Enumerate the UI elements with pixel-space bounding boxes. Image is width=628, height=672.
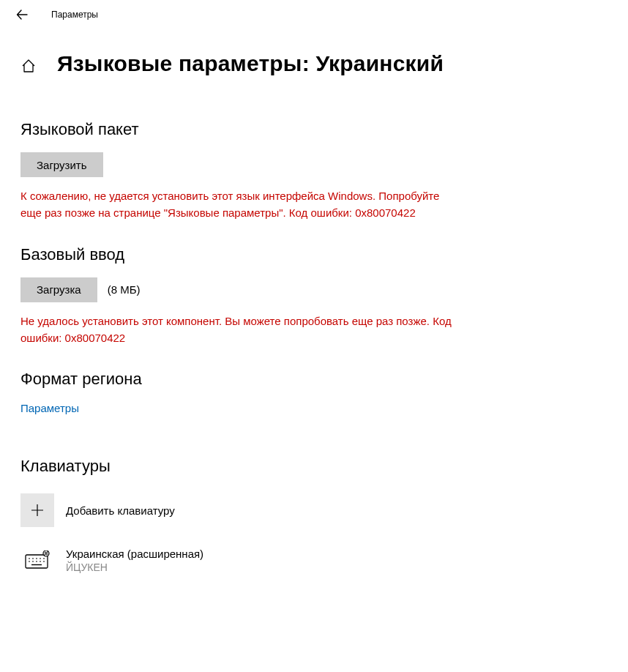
basic-input-size: (8 МБ) <box>108 283 141 296</box>
add-keyboard-button[interactable]: Добавить клавиатуру <box>20 493 608 527</box>
back-button[interactable] <box>15 7 29 22</box>
basic-input-error: Не удалось установить этот компонент. Вы… <box>20 313 460 347</box>
plus-icon <box>30 503 45 518</box>
section-heading-keyboards: Клавиатуры <box>20 457 608 476</box>
section-heading-language-pack: Языковой пакет <box>20 120 608 139</box>
downloading-button[interactable]: Загрузка <box>20 277 97 302</box>
section-heading-region-format: Формат региона <box>20 370 608 389</box>
region-format-link[interactable]: Параметры <box>20 402 79 414</box>
keyboard-name: Украинская (расширенная) <box>66 548 203 560</box>
home-button[interactable] <box>20 58 37 74</box>
titlebar-title: Параметры <box>51 10 98 20</box>
section-heading-basic-input: Базовый ввод <box>20 245 608 264</box>
keyboard-icon-wrap <box>20 543 54 577</box>
add-keyboard-label: Добавить клавиатуру <box>66 504 175 517</box>
page-heading-row: Языковые параметры: Украинский <box>20 51 608 76</box>
language-pack-error: К сожалению, не удается установить этот … <box>20 187 460 222</box>
arrow-left-icon <box>16 9 28 20</box>
home-icon <box>20 58 37 74</box>
keyboard-layout: ЙЦУКЕН <box>66 561 203 573</box>
plus-box <box>20 493 54 527</box>
page-title: Языковые параметры: Украинский <box>57 51 444 76</box>
download-button[interactable]: Загрузить <box>20 152 103 177</box>
keyboard-icon <box>25 550 50 570</box>
titlebar: Параметры <box>0 0 628 29</box>
keyboard-item[interactable]: Украинская (расширенная) ЙЦУКЕН <box>20 543 608 577</box>
